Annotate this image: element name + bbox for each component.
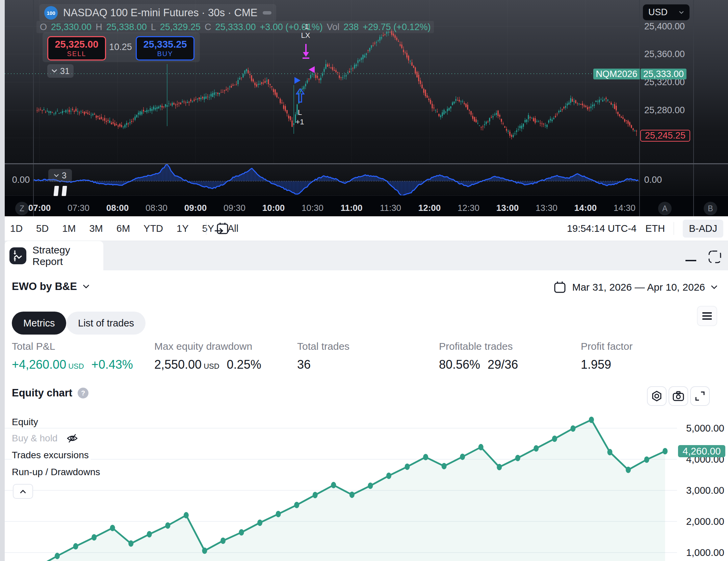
range-button-5y[interactable]: 5Y bbox=[202, 223, 214, 234]
range-button-ytd[interactable]: YTD bbox=[144, 223, 163, 234]
range-button-1d[interactable]: 1D bbox=[10, 223, 23, 234]
equity-fullscreen-button[interactable] bbox=[690, 386, 710, 406]
metric-label: Profit factor bbox=[581, 341, 632, 352]
metric-label: Profitable trades bbox=[439, 341, 518, 352]
symbol-row[interactable]: 100 NASDAQ 100 E-mini Futures · 30s · CM… bbox=[40, 4, 276, 22]
chevron-down-icon bbox=[710, 285, 718, 290]
metric-value: +0.43% bbox=[92, 358, 133, 372]
equity-axis-label: 2,000.00 bbox=[679, 516, 724, 527]
metric-profitable-trades: Profitable trades80.56%29/36 bbox=[439, 341, 518, 372]
maximize-button[interactable] bbox=[708, 250, 722, 264]
legend-item-buy-hold[interactable]: Buy & hold bbox=[12, 433, 78, 444]
range-button-1m[interactable]: 1M bbox=[62, 223, 76, 234]
ohlc-part: 25,333.00 bbox=[215, 22, 256, 32]
tab-strategy-report[interactable]: Strategy Report bbox=[5, 241, 103, 270]
legend-chip-count: 31 bbox=[60, 66, 70, 76]
axis-b-button[interactable]: B bbox=[704, 202, 717, 215]
legend-item-trades-excursions[interactable]: Trades excursions bbox=[12, 450, 91, 461]
app-window: 100 NASDAQ 100 E-mini Futures · 30s · CM… bbox=[0, 0, 728, 561]
symbol-title[interactable]: NASDAQ 100 E-mini Futures · 30s · CME bbox=[63, 7, 257, 19]
osc-zero-left: 0.00 bbox=[0, 175, 50, 185]
date-range-selector[interactable]: Mar 31, 2026 — Apr 10, 2026 bbox=[553, 280, 718, 294]
equity-screenshot-button[interactable] bbox=[669, 386, 688, 406]
buy-button[interactable]: 25,335.25 BUY bbox=[136, 36, 194, 60]
strategy-name: EWO by B&E bbox=[12, 280, 77, 293]
session-label[interactable]: ETH bbox=[645, 223, 665, 234]
metric-value: USD bbox=[204, 362, 219, 371]
marker-right-triangle-icon[interactable] bbox=[294, 77, 301, 84]
clock[interactable]: 19:54:14 UTC-4 bbox=[567, 223, 636, 234]
help-icon[interactable]: ? bbox=[78, 388, 88, 398]
time-label: 07:00 bbox=[28, 203, 51, 213]
range-button-1y[interactable]: 1Y bbox=[177, 223, 188, 234]
panel-resize-handle[interactable] bbox=[0, 163, 728, 164]
bottom-toolbar: 1D5D1M3M6MYTD1Y5YAll 19:54:14 UTC-4 ETH … bbox=[0, 216, 728, 241]
price-axis-label: 25,280.00 bbox=[636, 105, 693, 116]
equity-settings-button[interactable] bbox=[647, 386, 667, 406]
paused-bars-icon[interactable] bbox=[53, 185, 70, 198]
symbol-more-icon[interactable] bbox=[263, 11, 271, 15]
oscillator-chart[interactable] bbox=[0, 164, 728, 195]
legend-label: Run-up / Drawdowns bbox=[12, 467, 102, 478]
ohlc-part: +3.00 (+0.01%) bbox=[260, 22, 323, 32]
time-label: 11:00 bbox=[340, 203, 362, 213]
ohlc-part: C bbox=[205, 22, 211, 32]
metric-profit-factor: Profit factor1.959 bbox=[581, 341, 632, 372]
spread-value: 10.25 bbox=[105, 42, 136, 52]
legend-collapsed-chip[interactable]: 31 bbox=[47, 64, 74, 78]
time-label: 10:30 bbox=[302, 203, 323, 213]
metric-value: USD bbox=[68, 362, 84, 371]
equity-chart-plot[interactable] bbox=[0, 414, 728, 561]
goto-date-icon[interactable] bbox=[214, 221, 230, 236]
price-axis-label: 25,360.00 bbox=[636, 49, 693, 59]
sell-button[interactable]: 25,325.00 SELL bbox=[47, 36, 106, 60]
chevron-up-icon bbox=[20, 489, 26, 494]
metric-value: 36 bbox=[297, 358, 311, 372]
range-button-3m[interactable]: 3M bbox=[89, 223, 103, 234]
time-label: 12:30 bbox=[458, 203, 479, 213]
tab-list-of-trades[interactable]: List of trades bbox=[67, 312, 146, 335]
trade-buttons-group: 25,325.00 SELL 10.25 25,335.25 BUY bbox=[43, 32, 200, 62]
nut-settings-icon bbox=[651, 390, 662, 402]
metric-value: 0.25% bbox=[227, 358, 261, 372]
entry-arrow-up-icon[interactable] bbox=[296, 89, 305, 103]
oscillator-panel[interactable] bbox=[0, 164, 728, 195]
tab-label: Strategy Report bbox=[32, 244, 103, 267]
adjustment-toggle[interactable]: B-ADJ bbox=[683, 220, 723, 238]
list-view-icon[interactable] bbox=[697, 306, 717, 326]
marker-label-lx: LX bbox=[301, 31, 310, 40]
strategy-selector[interactable]: EWO by B&E bbox=[12, 280, 90, 293]
metric-label: Max equity drawdown bbox=[154, 341, 261, 352]
chevron-down-icon bbox=[54, 174, 59, 177]
tab-metrics[interactable]: Metrics bbox=[12, 312, 66, 335]
currency-selector[interactable]: USD bbox=[643, 4, 690, 20]
left-edge-gutter bbox=[0, 0, 5, 561]
contract-badge: NQM2026 bbox=[593, 69, 640, 79]
exit-arrow-down-icon[interactable] bbox=[302, 43, 310, 59]
legend-item-run-up-drawdowns[interactable]: Run-up / Drawdowns bbox=[12, 467, 102, 478]
axis-a-button[interactable]: A bbox=[658, 202, 672, 215]
chevron-down-icon bbox=[82, 284, 90, 289]
minimize-button[interactable] bbox=[685, 260, 696, 261]
eye-off-icon[interactable] bbox=[66, 433, 78, 443]
time-label: 09:30 bbox=[224, 203, 245, 213]
range-button-6m[interactable]: 6M bbox=[116, 223, 130, 234]
metric-value: 2,550.00 bbox=[154, 358, 202, 372]
last-price-badge: 25,333.00 bbox=[641, 69, 686, 79]
oscillator-collapsed-chip[interactable]: 3 bbox=[48, 169, 72, 182]
currency-value: USD bbox=[648, 7, 668, 18]
timezone-button[interactable]: Z bbox=[15, 202, 29, 215]
marker-left-triangle-icon[interactable] bbox=[309, 66, 315, 73]
expand-icon bbox=[695, 391, 705, 401]
legend-label: Trades excursions bbox=[12, 450, 91, 461]
time-label: 09:00 bbox=[184, 203, 207, 213]
marker-label-l: L bbox=[298, 108, 302, 117]
time-label: 07:30 bbox=[68, 203, 89, 213]
legend-collapse-button[interactable] bbox=[13, 484, 33, 499]
time-label: 12:00 bbox=[418, 203, 441, 213]
time-label: 11:30 bbox=[380, 203, 401, 213]
camera-icon bbox=[673, 391, 684, 401]
legend-item-equity[interactable]: Equity bbox=[12, 417, 40, 428]
osc-zero-right: 0.00 bbox=[624, 175, 682, 185]
range-button-5d[interactable]: 5D bbox=[36, 223, 49, 234]
